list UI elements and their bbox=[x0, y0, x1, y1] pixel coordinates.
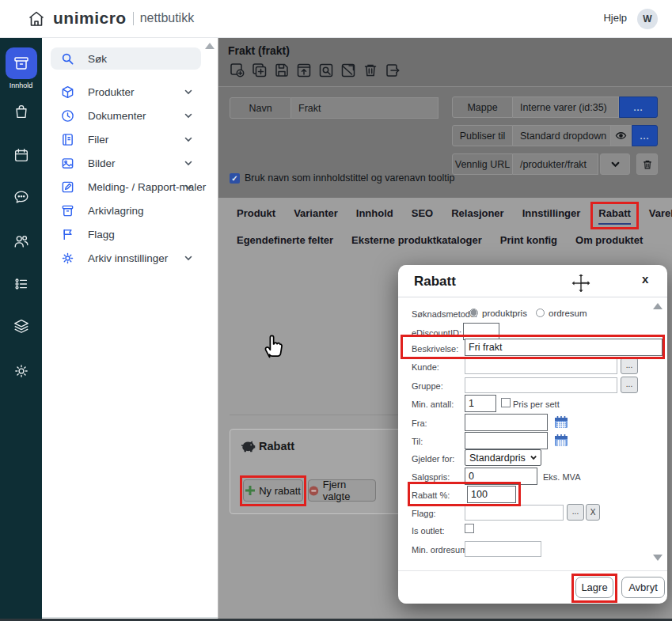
home-icon[interactable] bbox=[27, 9, 46, 28]
sidebar-item-flagg[interactable]: Flagg bbox=[51, 224, 209, 244]
icon-rail: Innhold bbox=[0, 38, 42, 621]
navn-input[interactable]: Frakt bbox=[291, 97, 439, 119]
radio-produktpris-label[interactable]: produktpris bbox=[482, 309, 527, 318]
use-name-checkbox[interactable]: ✓ bbox=[230, 173, 240, 184]
chevron-down-icon bbox=[184, 253, 193, 263]
flagg-lookup-button[interactable]: ... bbox=[567, 504, 584, 521]
users-icon[interactable] bbox=[13, 233, 30, 250]
tab-innstillinger[interactable]: Innstillinger bbox=[522, 207, 581, 219]
fjern-valgte-button[interactable]: Fjern valgte bbox=[308, 479, 376, 502]
calendar-picker-icon[interactable] bbox=[554, 415, 568, 429]
salgspris-input[interactable] bbox=[465, 468, 537, 485]
tab-varianter[interactable]: Varianter bbox=[294, 207, 338, 219]
chat-icon[interactable] bbox=[13, 188, 30, 206]
rail-item-label: Innhold bbox=[0, 81, 42, 89]
sidebar-item-filer[interactable]: Filer bbox=[51, 129, 209, 150]
unpublish-icon[interactable] bbox=[340, 62, 357, 79]
tab-innhold[interactable]: Innhold bbox=[356, 207, 393, 219]
vennlig-url-value[interactable]: /produkter/frakt bbox=[513, 153, 598, 175]
sidebar-scroll-up[interactable] bbox=[205, 43, 215, 49]
layers-icon[interactable] bbox=[13, 317, 30, 335]
gjelder-for-select[interactable]: Standardpris bbox=[465, 449, 541, 466]
til-input[interactable] bbox=[465, 432, 548, 449]
save-icon[interactable] bbox=[273, 62, 290, 79]
pris-per-sett-checkbox[interactable] bbox=[501, 398, 511, 407]
logo-nettbutikk: nettbutikk bbox=[140, 11, 194, 25]
shopping-bag-icon[interactable] bbox=[13, 103, 30, 120]
ediscountid-input[interactable] bbox=[463, 323, 499, 340]
help-link[interactable]: Hjelp bbox=[603, 12, 627, 24]
gear-icon bbox=[61, 252, 74, 265]
tab-seo[interactable]: SEO bbox=[412, 207, 433, 219]
sidebar-search[interactable]: Søk bbox=[51, 47, 201, 70]
rail-item-innhold[interactable] bbox=[6, 47, 37, 79]
flagg-clear-button[interactable]: X bbox=[586, 504, 600, 521]
tab-relasjoner[interactable]: Relasjoner bbox=[451, 207, 503, 219]
list-icon[interactable] bbox=[13, 275, 30, 293]
gruppe-input[interactable] bbox=[465, 377, 617, 393]
ny-rabatt-button[interactable]: Ny rabatt bbox=[243, 479, 303, 502]
modal-scroll-up[interactable] bbox=[653, 303, 663, 309]
avatar[interactable]: W bbox=[637, 9, 658, 29]
tabs-row-1: Produkt Varianter Innhold SEO Relasjoner… bbox=[237, 207, 672, 219]
new-item-icon[interactable] bbox=[229, 62, 246, 79]
rabatt-modal: Rabatt x Søknadsmetode: produktpris ordr… bbox=[398, 265, 667, 604]
sidebar-item-bilder[interactable]: Bilder bbox=[51, 153, 209, 173]
sidebar-item-produkter[interactable]: Produkter bbox=[51, 81, 209, 102]
tab-om-produktet[interactable]: Om produktet bbox=[575, 234, 643, 246]
chevron-down-icon bbox=[530, 455, 537, 460]
kunde-lookup-button[interactable]: ... bbox=[621, 358, 638, 374]
chevron-down-icon bbox=[184, 111, 193, 120]
publiser-more-button[interactable]: ... bbox=[632, 125, 658, 146]
save-button[interactable]: Lagre bbox=[575, 577, 613, 598]
sidebar-item-dokumenter[interactable]: Dokumenter bbox=[51, 105, 209, 126]
tab-produkt[interactable]: Produkt bbox=[237, 207, 275, 219]
tab-eksterne-produktkataloger[interactable]: Eksterne produktkataloger bbox=[351, 234, 482, 246]
publiser-til-label: Publiser til bbox=[452, 125, 513, 146]
duplicate-icon[interactable] bbox=[251, 62, 268, 79]
chevron-down-icon bbox=[184, 158, 193, 168]
min-antall-label: Min. antall: bbox=[412, 399, 454, 409]
calendar-icon[interactable] bbox=[13, 146, 30, 164]
sidebar-item-melding-rapport-maler[interactable]: Melding- / Rapport-maler bbox=[51, 176, 209, 197]
gruppe-lookup-button[interactable]: ... bbox=[621, 377, 638, 393]
rabatt-panel-title: Rabatt bbox=[240, 439, 294, 453]
close-icon[interactable]: x bbox=[642, 272, 648, 286]
calendar-picker-icon[interactable] bbox=[554, 434, 568, 447]
radio-ordresum-label[interactable]: ordresum bbox=[549, 309, 587, 318]
export-icon[interactable] bbox=[384, 62, 401, 79]
image-icon bbox=[61, 157, 74, 170]
rabatt-prosent-label: Rabatt %: bbox=[412, 490, 450, 500]
tab-egendefinerte-felter[interactable]: Egendefinerte felter bbox=[237, 234, 333, 246]
tab-print-konfig[interactable]: Print konfig bbox=[500, 234, 557, 246]
mappe-more-button[interactable]: ... bbox=[619, 97, 658, 118]
url-dropdown-button[interactable] bbox=[600, 153, 630, 175]
tab-rabatt-active[interactable]: Rabatt bbox=[598, 207, 630, 219]
tabs-row-2: Egendefinerte felter Eksterne produktkat… bbox=[237, 234, 643, 246]
flagg-input[interactable] bbox=[465, 505, 564, 521]
rabatt-prosent-input[interactable] bbox=[467, 486, 516, 503]
radio-ordresum[interactable] bbox=[536, 309, 545, 317]
min-ordresum-input[interactable] bbox=[465, 541, 541, 557]
url-delete-button[interactable] bbox=[636, 153, 658, 175]
beskrivelse-input[interactable] bbox=[465, 339, 663, 356]
sidebar-item-arkiv-innstillinger[interactable]: Arkiv innstillinger bbox=[51, 248, 209, 268]
use-name-checkbox-label: Bruk navn som innholdstittel og varenavn… bbox=[245, 172, 454, 184]
modal-scroll-down[interactable] bbox=[653, 555, 663, 561]
preview-eye-button[interactable] bbox=[611, 125, 632, 146]
preview-icon[interactable] bbox=[317, 62, 335, 79]
chevron-down-icon bbox=[184, 134, 193, 144]
kunde-input[interactable] bbox=[465, 358, 617, 374]
cancel-button[interactable]: Avbryt bbox=[621, 577, 665, 598]
fra-input[interactable] bbox=[465, 414, 548, 431]
mappe-value[interactable]: Interne varer (id:35) bbox=[513, 97, 619, 118]
radio-produktpris[interactable] bbox=[469, 309, 478, 317]
gear-icon[interactable] bbox=[13, 362, 30, 380]
min-antall-input[interactable] bbox=[465, 395, 496, 412]
sidebar-item-arkivlagring[interactable]: Arkivlagring bbox=[51, 200, 209, 221]
is-outlet-checkbox[interactable] bbox=[465, 524, 474, 533]
trash-icon[interactable] bbox=[362, 62, 379, 79]
tab-varelager[interactable]: Varelager bbox=[649, 207, 672, 219]
publish-icon[interactable] bbox=[295, 62, 313, 79]
publiser-til-value[interactable]: Standard dropdown bbox=[513, 125, 611, 146]
